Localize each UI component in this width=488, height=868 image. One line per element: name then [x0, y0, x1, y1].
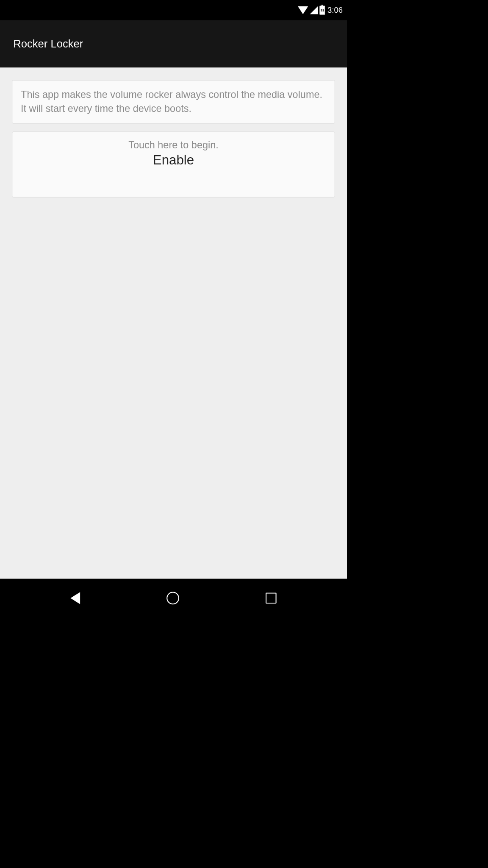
recent-apps-button[interactable]: [266, 593, 277, 604]
description-text: This app makes the volume rocker always …: [21, 88, 326, 116]
status-bar: 91 3:06: [0, 0, 347, 20]
app-title: Rocker Locker: [13, 38, 83, 50]
wifi-icon: [298, 6, 308, 14]
action-bar: Rocker Locker: [0, 20, 347, 68]
battery-level: 91: [320, 6, 324, 14]
status-icons: 91: [298, 6, 325, 14]
clock: 3:06: [327, 6, 343, 15]
cell-signal-icon: [310, 6, 318, 14]
home-button[interactable]: [166, 592, 179, 604]
navigation-bar: [0, 579, 347, 617]
enable-card[interactable]: Touch here to begin. Enable: [12, 131, 335, 197]
battery-icon: 91: [320, 6, 325, 14]
back-button[interactable]: [70, 592, 80, 604]
description-card: This app makes the volume rocker always …: [12, 80, 335, 123]
touch-hint: Touch here to begin.: [21, 139, 326, 150]
enable-button: Enable: [21, 153, 326, 168]
content-area: This app makes the volume rocker always …: [0, 67, 347, 579]
